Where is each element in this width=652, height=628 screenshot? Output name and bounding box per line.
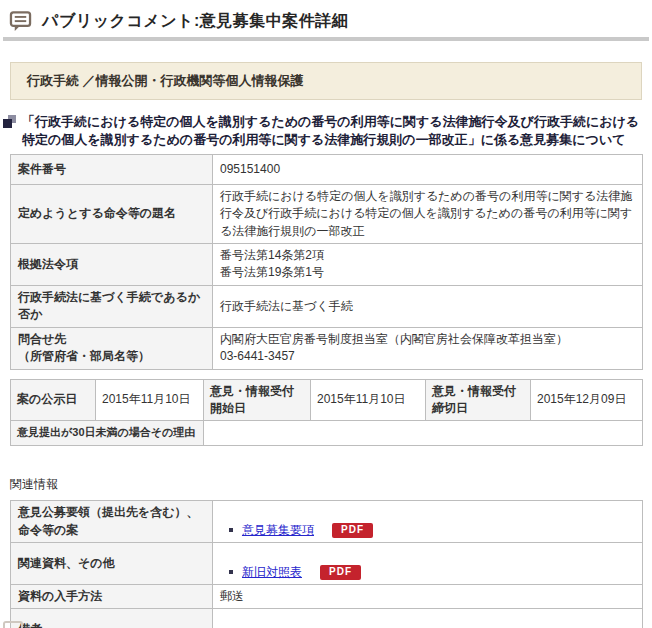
document-pages-icon [3, 115, 16, 128]
label-cell: 案件番号 [11, 154, 213, 184]
value-cell: 新旧対照表PDF [213, 543, 643, 585]
publication-date-label: 案の公示日 [11, 379, 96, 421]
value-cell: 095151400 [213, 154, 643, 184]
label-cell: 備考 [11, 609, 213, 628]
pdf-badge[interactable]: PDF [332, 523, 373, 538]
label-cell: 関連資料、その他 [11, 543, 213, 585]
list-bullet [229, 570, 233, 574]
related-info-table: 意見公募要領（提出先を含む）、命令等の案 意見募集要項PDF 関連資料、その他 … [10, 500, 643, 628]
case-heading-text: 「行政手続における特定の個人を識別するための番号の利用等に関する法律施行令及び行… [22, 113, 648, 150]
value-cell: 【意見提出はこちら】 [213, 609, 643, 628]
table-row: 案の公示日 2015年11月10日 意見・情報受付開始日 2015年11月10日… [11, 379, 643, 421]
label-cell: 定めようとする命令等の題名 [11, 184, 213, 243]
list-bullet [229, 528, 233, 532]
table-row: 定めようとする命令等の題名 行政手続における特定の個人を識別するための番号の利用… [11, 184, 643, 243]
table-row: 意見公募要領（提出先を含む）、命令等の案 意見募集要項PDF [11, 501, 643, 543]
start-date-value: 2015年11月10日 [311, 379, 426, 421]
deadline-date-value: 2015年12月09日 [531, 379, 643, 421]
value-cell: 郵送 [213, 584, 643, 608]
reason-value [204, 421, 643, 446]
table-row: 意見提出が30日未満の場合その理由 [11, 421, 643, 446]
header-divider [3, 37, 649, 41]
label-cell: 問合せ先 （所管府省・部局名等） [11, 327, 213, 369]
value-cell: 番号法第14条第2項 番号法第19条第1号 [213, 244, 643, 286]
table-row: 備考 【意見提出はこちら】 [11, 609, 643, 628]
value-cell: 行政手続における特定の個人を識別するための番号の利用等に関する法律施行令及び行政… [213, 184, 643, 243]
label-cell: 資料の入手方法 [11, 584, 213, 608]
comment-bubble-icon [9, 11, 32, 32]
publication-date-value: 2015年11月10日 [96, 379, 204, 421]
label-cell: 根拠法令項 [11, 244, 213, 286]
schedule-table: 案の公示日 2015年11月10日 意見・情報受付開始日 2015年11月10日… [10, 379, 643, 447]
case-heading: 「行政手続における特定の個人を識別するための番号の利用等に関する法律施行令及び行… [3, 113, 648, 150]
opinion-guideline-link[interactable]: 意見募集要項 [242, 523, 314, 537]
table-row: 案件番号 095151400 [11, 154, 643, 184]
case-details-table: 案件番号 095151400 定めようとする命令等の題名 行政手続における特定の… [10, 154, 643, 370]
table-row: 資料の入手方法 郵送 [11, 584, 643, 608]
pdf-badge[interactable]: PDF [320, 565, 361, 580]
table-row: 関連資料、その他 新旧対照表PDF [11, 543, 643, 585]
page-header: パブリックコメント:意見募集中案件詳細 [0, 0, 652, 34]
category-banner: 行政手続 ／情報公開・行政機関等個人情報保護 [10, 62, 642, 100]
value-cell: 行政手続法に基づく手続 [213, 285, 643, 327]
related-info-heading: 関連情報 [10, 476, 652, 493]
label-cell: 意見公募要領（提出先を含む）、命令等の案 [11, 501, 213, 543]
value-cell: 内閣府大臣官房番号制度担当室（内閣官房社会保障改革担当室） 03-6441-34… [213, 327, 643, 369]
comparison-table-link[interactable]: 新旧対照表 [242, 565, 302, 579]
label-cell: 行政手続法に基づく手続であるか否か [11, 285, 213, 327]
table-row: 根拠法令項 番号法第14条第2項 番号法第19条第1号 [11, 244, 643, 286]
partial-section-icon [3, 621, 23, 628]
table-row: 問合せ先 （所管府省・部局名等） 内閣府大臣官房番号制度担当室（内閣官房社会保障… [11, 327, 643, 369]
page-title: パブリックコメント:意見募集中案件詳細 [42, 11, 348, 32]
start-date-label: 意見・情報受付開始日 [204, 379, 311, 421]
deadline-date-label: 意見・情報受付締切日 [426, 379, 531, 421]
table-row: 行政手続法に基づく手続であるか否か 行政手続法に基づく手続 [11, 285, 643, 327]
value-cell: 意見募集要項PDF [213, 501, 643, 543]
reason-label: 意見提出が30日未満の場合その理由 [11, 421, 204, 446]
